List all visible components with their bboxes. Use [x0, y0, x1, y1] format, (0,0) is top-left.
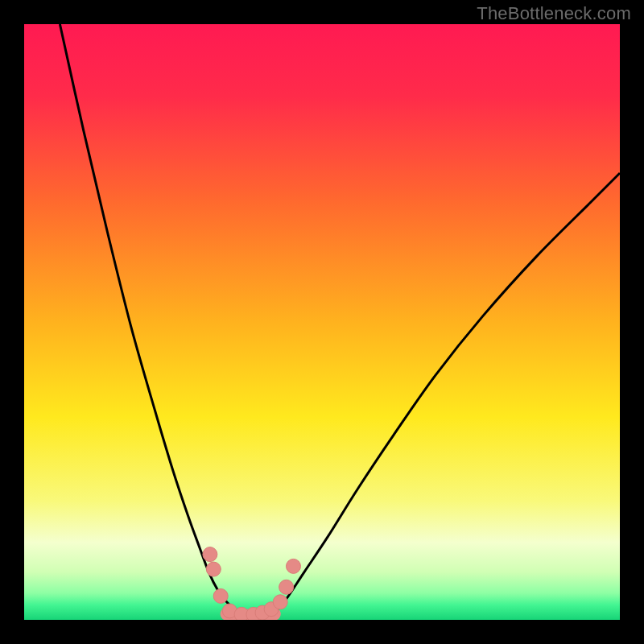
data-marker	[279, 580, 294, 594]
data-marker	[203, 547, 217, 562]
data-marker	[206, 562, 221, 576]
plot-area	[24, 24, 620, 620]
right-curve	[275, 173, 620, 613]
data-marker	[273, 595, 287, 609]
chart-svg	[24, 24, 620, 620]
data-marker	[286, 559, 300, 573]
outer-frame: TheBottleneck.com	[0, 0, 644, 644]
watermark-label: TheBottleneck.com	[477, 3, 631, 24]
data-marker	[213, 588, 228, 603]
marker-layer	[203, 547, 301, 620]
left-curve	[60, 24, 250, 615]
line-layer	[60, 24, 620, 616]
